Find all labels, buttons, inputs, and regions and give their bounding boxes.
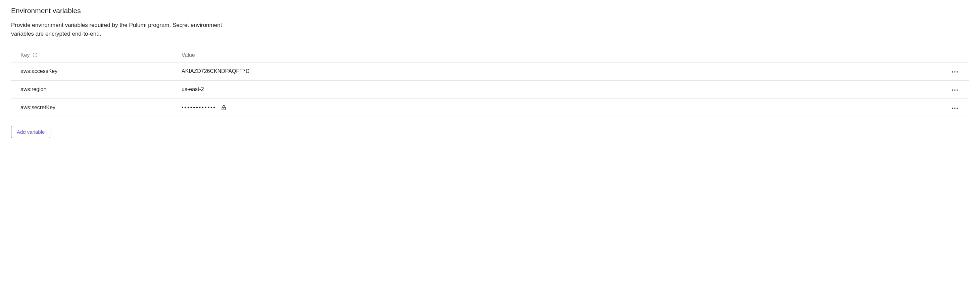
svg-point-8 [956,90,958,91]
column-header-value: Value [181,52,195,58]
table-row: aws:accessKey AKIAZD726CKNDPAQFT7D [11,62,969,81]
svg-point-5 [956,71,958,73]
svg-point-2 [35,54,35,54]
svg-point-12 [954,107,956,109]
svg-point-13 [956,107,958,109]
table-row: aws:secretKey •••••••••••• [11,99,969,117]
env-key: aws:accessKey [21,68,57,74]
more-horizontal-icon [951,105,958,110]
svg-point-6 [952,90,953,91]
table-row: aws:region us-east-2 [11,81,969,99]
env-value: us-east-2 [181,86,204,93]
section-title: Environment variables [11,7,969,15]
column-header-key: Key [21,52,30,58]
svg-point-4 [954,71,956,73]
lock-icon [221,104,227,110]
more-horizontal-icon [951,69,958,74]
env-value-secret: •••••••••••• [181,105,216,110]
svg-point-3 [952,71,953,73]
env-value: AKIAZD726CKNDPAQFT7D [181,68,249,74]
env-key: aws:region [21,86,46,93]
env-key: aws:secretKey [21,104,56,110]
svg-point-7 [954,90,956,91]
env-variables-table: Key Value aws:accessKey AKIAZD726CKNDPAQ… [11,48,969,117]
table-header: Key Value [11,48,969,62]
more-horizontal-icon [951,87,958,92]
svg-point-10 [224,108,224,109]
section-description: Provide environment variables required b… [11,21,239,38]
add-variable-button[interactable]: Add variable [11,126,50,138]
svg-point-11 [952,107,953,109]
more-actions-button[interactable] [950,86,959,93]
more-actions-button[interactable] [950,104,959,112]
more-actions-button[interactable] [950,67,959,75]
info-icon[interactable] [33,53,38,58]
